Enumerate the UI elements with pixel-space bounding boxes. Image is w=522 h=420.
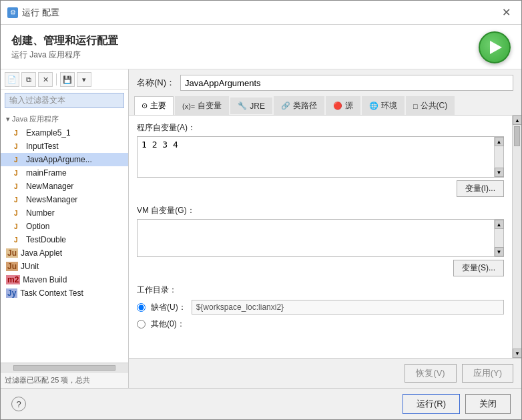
sidebar-scrollbar[interactable] [1, 363, 128, 372]
applet-icon: Ju [6, 248, 18, 258]
sidebar-item-option[interactable]: J Option [1, 220, 128, 233]
sidebar-item-junit[interactable]: Ju JUnit [1, 260, 128, 273]
sidebar-item-mainframe[interactable]: J mainFrame [1, 166, 128, 180]
workdir-other-row: 其他(0)： [137, 319, 504, 330]
close-button[interactable]: 关闭 [465, 394, 511, 414]
apply-button[interactable]: 应用(Y) [462, 364, 513, 383]
tab-main-icon: ⊙ [142, 101, 148, 110]
tab-source-icon: 🔴 [333, 101, 342, 110]
restore-button[interactable]: 恢复(V) [405, 364, 456, 383]
sidebar-item-label: InputTest [26, 142, 59, 151]
tab-common-label: 公共(C) [421, 100, 448, 112]
dropdown-button[interactable]: ▾ [77, 72, 91, 87]
sidebar-item-example5-1[interactable]: J Example5_1 [1, 126, 128, 140]
run-button[interactable]: 运行(R) [403, 394, 460, 414]
bottom-buttons: 恢复(V) 应用(Y) [129, 358, 521, 388]
program-args-variables-button[interactable]: 变量(I)... [457, 180, 504, 197]
program-args-textarea[interactable]: 1 2 3 4 [138, 137, 494, 177]
save-config-button[interactable]: 💾 [60, 72, 75, 87]
java-icon: J [14, 143, 23, 150]
header-title: 创建、管理和运行配置 [11, 34, 118, 48]
sidebar-item-testdouble[interactable]: J TestDouble [1, 233, 128, 246]
workdir-default-radio[interactable] [137, 303, 146, 312]
tab-classpath-icon: 🔗 [281, 101, 290, 110]
window-close-button[interactable]: ✕ [498, 5, 515, 20]
workdir-section: 工作目录： 缺省(U)： 其他(0)： [137, 284, 504, 330]
filter-input[interactable]: 输入过滤器文本 [5, 93, 124, 108]
sidebar-section-java-app: ▾ Java 应用程序 [1, 112, 128, 126]
program-args-group: 程序自变量(A)： 1 2 3 4 ▲ ▼ 变量(I)... [137, 122, 504, 197]
scroll-down-arrow-vm[interactable]: ▼ [495, 247, 504, 256]
panel-scroll-down[interactable]: ▼ [513, 349, 521, 358]
sidebar-item-java-applet[interactable]: Ju Java Applet [1, 246, 128, 260]
workdir-other-label: 其他(0)： [151, 319, 185, 330]
tab-jre[interactable]: 🔧 JRE [230, 97, 272, 114]
java-icon: J [14, 130, 23, 137]
dialog-footer: ? 运行(R) 关闭 [1, 388, 521, 419]
tab-main[interactable]: ⊙ 主要 [134, 96, 174, 115]
workdir-other-radio[interactable] [137, 320, 146, 329]
panel-scroll-up[interactable]: ▲ [513, 116, 521, 125]
scroll-up-arrow-vm[interactable]: ▲ [495, 220, 504, 229]
tab-source[interactable]: 🔴 源 [326, 96, 360, 115]
window-title: 运行 配置 [22, 7, 59, 19]
play-button[interactable] [479, 31, 511, 63]
sidebar-item-label: Maven Build [23, 275, 67, 284]
sidebar-item-newmanager[interactable]: J NewManager [1, 180, 128, 193]
footer-right: 运行(R) 关闭 [403, 394, 511, 414]
task-icon: Jy [6, 288, 17, 298]
new-config-button[interactable]: 📄 [5, 72, 19, 87]
tab-args[interactable]: (x)= 自变量 [175, 96, 229, 115]
vm-args-textarea-wrap: ▲ ▼ [137, 219, 504, 257]
sidebar-item-label: Java Applet [21, 248, 62, 258]
vm-args-variables-button[interactable]: 变量(S)... [453, 260, 504, 276]
sidebar-item-label: JavaAppArgume... [26, 155, 92, 164]
vm-args-scrollbar: ▲ ▼ [494, 220, 503, 256]
toolbar-separator [56, 73, 57, 85]
program-args-scrollbar: ▲ ▼ [494, 137, 503, 177]
java-icon: J [14, 156, 23, 164]
sidebar-item-maven-build[interactable]: m2 Maven Build [1, 273, 128, 286]
tab-main-label: 主要 [150, 100, 166, 112]
workdir-default-row: 缺省(U)： [137, 300, 504, 314]
sidebar-toolbar: 📄 ⧉ ✕ 💾 ▾ [1, 69, 128, 90]
copy-config-button[interactable]: ⧉ [21, 72, 36, 87]
workdir-default-input[interactable] [192, 300, 504, 314]
panel-scroll-thumb[interactable] [514, 126, 520, 146]
scroll-up-arrow[interactable]: ▲ [495, 137, 504, 146]
help-button[interactable]: ? [11, 397, 26, 411]
sidebar-item-javaapparguments[interactable]: J JavaAppArgume... [1, 153, 128, 166]
sidebar-item-number[interactable]: J Number [1, 206, 128, 220]
workdir-default-label: 缺省(U)： [151, 302, 186, 313]
scroll-down-arrow[interactable]: ▼ [495, 168, 504, 177]
tab-env-label: 环境 [381, 100, 397, 112]
panel-with-scroll: 程序自变量(A)： 1 2 3 4 ▲ ▼ 变量(I)... [129, 116, 521, 358]
vm-args-textarea[interactable] [138, 220, 494, 256]
panel-scrollbar[interactable]: ▲ ▼ [512, 116, 521, 358]
panel-content: 程序自变量(A)： 1 2 3 4 ▲ ▼ 变量(I)... [129, 116, 512, 358]
name-input[interactable] [180, 75, 513, 91]
java-icon: J [14, 223, 23, 230]
java-icon: J [14, 196, 23, 204]
tab-classpath[interactable]: 🔗 类路径 [274, 96, 324, 115]
workdir-label: 工作目录： [137, 284, 504, 296]
tab-common[interactable]: □ 公共(C) [406, 96, 455, 115]
maven-icon: m2 [6, 275, 20, 284]
sidebar-item-label: Example5_1 [26, 128, 71, 138]
delete-config-button[interactable]: ✕ [38, 72, 53, 87]
tab-args-icon: (x)= [182, 102, 195, 110]
tab-env[interactable]: 🌐 环境 [362, 96, 405, 115]
java-icon: J [14, 210, 23, 217]
sidebar-item-inputtest[interactable]: J InputTest [1, 140, 128, 153]
sidebar-item-label: NewManager [26, 182, 73, 191]
vm-args-group: VM 自变量(G)： ▲ ▼ 变量(S)... [137, 205, 504, 276]
program-args-label: 程序自变量(A)： [137, 122, 504, 134]
tab-jre-label: JRE [250, 101, 265, 111]
sidebar-item-newsmanager[interactable]: J NewsManager [1, 193, 128, 206]
sidebar-item-task-context-test[interactable]: Jy Task Context Test [1, 286, 128, 300]
vm-args-label: VM 自变量(G)： [137, 205, 504, 216]
main-content: 📄 ⧉ ✕ 💾 ▾ 输入过滤器文本 ▾ Java 应用程序 J Example5… [1, 69, 521, 388]
name-label: 名称(N)： [137, 77, 175, 89]
sidebar-item-label: Number [26, 208, 55, 218]
sidebar-footer: 过滤器已匹配 25 项，总共 [1, 372, 128, 388]
